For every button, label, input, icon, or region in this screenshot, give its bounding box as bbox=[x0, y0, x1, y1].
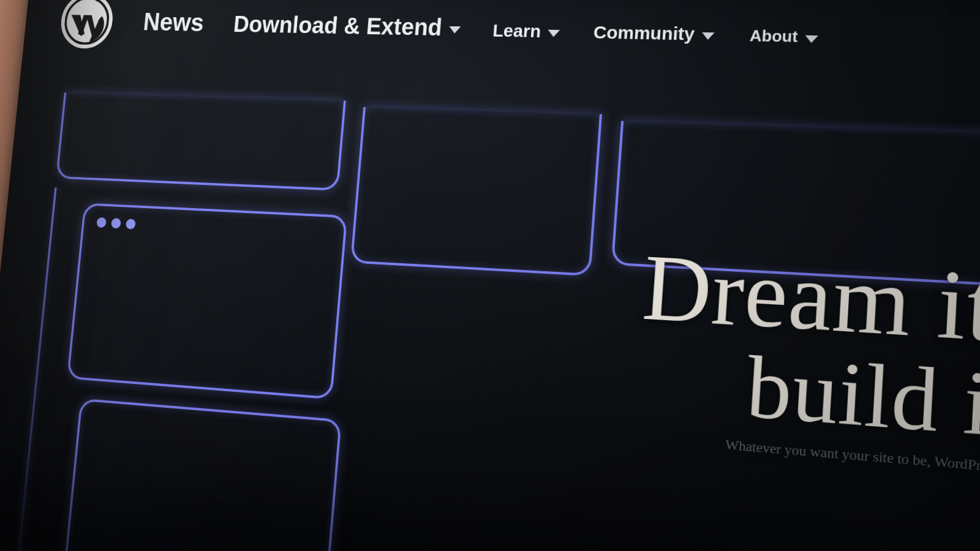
webpage-body: News Download & Extend Learn Community bbox=[0, 0, 980, 551]
monitor-stage: wordpress.org News bbox=[0, 0, 980, 551]
hero-wireframe-panel bbox=[350, 107, 602, 276]
monitor-screen: wordpress.org News bbox=[0, 0, 980, 551]
nav-label: About bbox=[749, 26, 798, 47]
nav-label: Community bbox=[593, 22, 695, 45]
site-navbar: News Download & Extend Learn Community bbox=[21, 0, 980, 89]
chevron-down-icon bbox=[702, 32, 715, 40]
hero-wireframe-line bbox=[15, 187, 56, 551]
nav-label: News bbox=[142, 8, 205, 37]
nav-label: Download & Extend bbox=[232, 11, 443, 40]
nav-item-download-extend[interactable]: Download & Extend bbox=[232, 11, 461, 41]
chevron-down-icon bbox=[548, 30, 560, 37]
chevron-down-icon bbox=[805, 35, 818, 43]
nav-item-news[interactable]: News bbox=[142, 8, 205, 37]
nav-label: Learn bbox=[492, 20, 541, 41]
primary-nav: News Download & Extend Learn Community bbox=[142, 8, 820, 49]
hero-wireframe-panel bbox=[64, 399, 342, 551]
nav-item-community[interactable]: Community bbox=[593, 22, 715, 45]
hero-heading: Dream it, build it Whatever you want you… bbox=[633, 239, 980, 477]
wordpress-logo-icon[interactable] bbox=[59, 0, 115, 49]
photo-background: wordpress.org News bbox=[0, 0, 980, 551]
chevron-down-icon bbox=[448, 26, 461, 33]
nav-item-learn[interactable]: Learn bbox=[492, 20, 560, 42]
hero-wireframe-window bbox=[67, 203, 347, 399]
nav-item-about[interactable]: About bbox=[749, 26, 819, 47]
hero-wireframe-panel bbox=[56, 92, 346, 191]
